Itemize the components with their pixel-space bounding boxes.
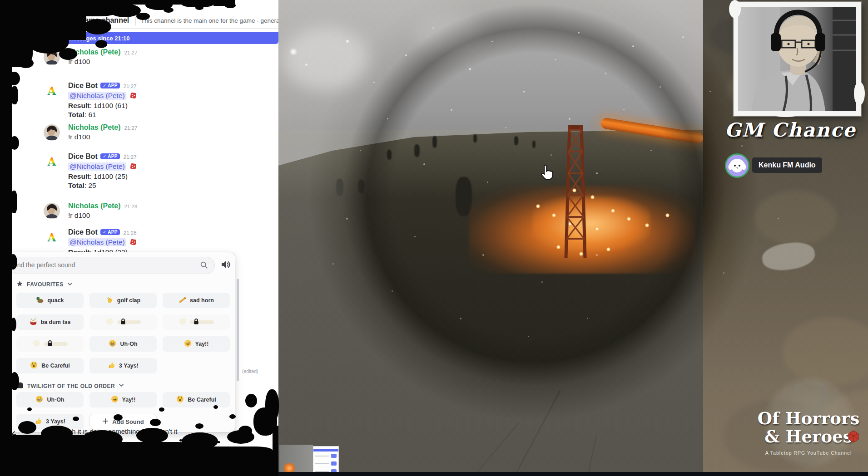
bot-avatar[interactable]: A [44, 153, 60, 170]
message-author[interactable]: Dice Bot [68, 228, 98, 236]
discord-window: main-game-channel This channel is the ma… [5, 0, 278, 476]
sound-button[interactable]: Yay!! [89, 392, 157, 407]
snowflake [482, 254, 484, 256]
timestamp: 21:27 [124, 50, 138, 55]
message-input[interactable] [69, 457, 243, 466]
file-icon [331, 461, 337, 466]
sound-button[interactable]: Be Careful [16, 358, 84, 373]
favourites-grid: quackgolf clapsad hornba dum tssUh-OhYay… [16, 293, 230, 373]
speaker-icon[interactable] [220, 259, 231, 272]
audio-source-name: Kenku FM Audio [752, 157, 822, 173]
lock-icon [120, 318, 127, 326]
section-title: TWILIGHT OF THE OLD ORDER [27, 383, 115, 389]
user-avatar[interactable] [44, 203, 60, 219]
bot-avatar[interactable]: A [44, 229, 60, 245]
svg-text:A: A [47, 84, 56, 98]
attach-plus-icon[interactable] [46, 457, 56, 469]
grimace-icon [35, 395, 43, 404]
bottom-strip [0, 472, 868, 476]
svg-text:A: A [47, 155, 56, 168]
sound-button[interactable]: Uh-Oh [16, 392, 84, 407]
snowflake [569, 118, 570, 120]
twilight-grid: Uh-OhYay!!Be Careful3 Yays!Add Sound [16, 392, 230, 429]
gm-name-label: GM Chance [718, 119, 863, 141]
surprised-icon [176, 395, 184, 404]
sound-button[interactable]: ba dum tss [16, 314, 84, 330]
scrollbar[interactable] [237, 279, 239, 381]
sound-button[interactable]: Be Careful [163, 392, 230, 407]
snowflake [596, 172, 598, 174]
snowflake [555, 59, 556, 60]
hand-cursor [541, 164, 554, 182]
soundboard-popup: FAVOURITES quackgolf clapsad hornba dum … [7, 252, 235, 432]
sound-label: 3 Yays! [119, 363, 139, 369]
bot-avatar[interactable]: A [44, 83, 60, 99]
soundboard-section-twilight[interactable]: TWILIGHT OF THE OLD ORDER [16, 382, 124, 390]
chevron-down-icon[interactable] [67, 281, 73, 288]
sound-button[interactable]: sad horn [163, 293, 230, 308]
snowflake [451, 109, 452, 111]
soundboard-search[interactable] [9, 257, 215, 274]
sound-button[interactable]: 3 Yays! [16, 414, 84, 429]
mini-window-titlebar [313, 449, 338, 451]
red-die-icon [130, 239, 137, 247]
sound-button[interactable]: Yay!! [163, 336, 230, 352]
list-line [315, 463, 329, 464]
snowflake [346, 40, 349, 43]
snowflake [469, 68, 471, 70]
user-avatar[interactable] [44, 124, 60, 141]
snowflake [578, 32, 580, 34]
app-badge: ✓ APP [100, 153, 120, 159]
message-text: !r d100 [68, 211, 268, 220]
locked-sound-button[interactable] [163, 314, 230, 330]
dice-result-line: Total: 61 [68, 111, 268, 119]
grimace-icon [109, 339, 116, 348]
snowflake [423, 163, 425, 165]
surprised-icon [30, 361, 38, 370]
snowflake [682, 36, 684, 38]
sound-button[interactable]: quack [16, 293, 84, 308]
message-author[interactable]: Dice Bot [68, 82, 98, 89]
snowflake [528, 336, 529, 337]
timestamp: 21:28 [124, 204, 138, 209]
add-sound-button[interactable]: Add Sound [89, 414, 157, 429]
sound-label: Yay!! [195, 341, 209, 347]
snowflake [523, 91, 525, 93]
message-text: !r d100 [68, 133, 268, 141]
sound-label: golf clap [117, 297, 140, 304]
timestamp: 21:28 [124, 230, 137, 236]
user-avatar[interactable] [44, 49, 60, 65]
snowflake [632, 45, 634, 47]
sound-button[interactable]: 3 Yays! [89, 358, 157, 373]
lock-icon [47, 340, 54, 348]
sound-label: quack [47, 297, 64, 304]
message-author[interactable]: Dice Bot [68, 152, 98, 160]
user-mention[interactable]: @Nicholas (Pete) [68, 92, 126, 100]
message-author[interactable]: Nicholas (Pete) [68, 202, 121, 210]
snowflake [587, 318, 588, 319]
chevron-down-icon[interactable] [119, 383, 124, 389]
locked-sound-button[interactable] [16, 336, 84, 352]
locked-sound-button[interactable] [89, 314, 157, 330]
sound-button[interactable]: golf clap [89, 293, 157, 308]
message-input-bar[interactable] [39, 451, 257, 473]
frame-grunge [772, 111, 799, 117]
red-die-icon [130, 163, 137, 172]
message-author[interactable]: Nicholas (Pete) [68, 123, 121, 131]
snowflake [741, 145, 743, 147]
logo-subtitle: A Tabletop RPG YouTube Channel [749, 450, 868, 456]
sound-button[interactable]: Uh-Oh [89, 336, 157, 352]
soundboard-search-input[interactable] [14, 261, 197, 269]
snowflake [487, 182, 488, 183]
user-mention[interactable]: @Nicholas (Pete) [68, 162, 126, 171]
gear-icon[interactable] [17, 455, 27, 466]
zany-icon [184, 339, 192, 348]
chat-message-text: oh it is doing something funny isn't it [68, 427, 178, 435]
soundboard-section-favourites[interactable]: FAVOURITES [16, 280, 73, 289]
lock-icon [106, 318, 114, 327]
user-mention[interactable]: @Nicholas (Pete) [68, 238, 126, 246]
snowflake [373, 82, 375, 83]
message-author[interactable]: Nicholas (Pete) [68, 48, 121, 56]
gm-webcam [734, 2, 861, 116]
snowflake [291, 49, 296, 54]
